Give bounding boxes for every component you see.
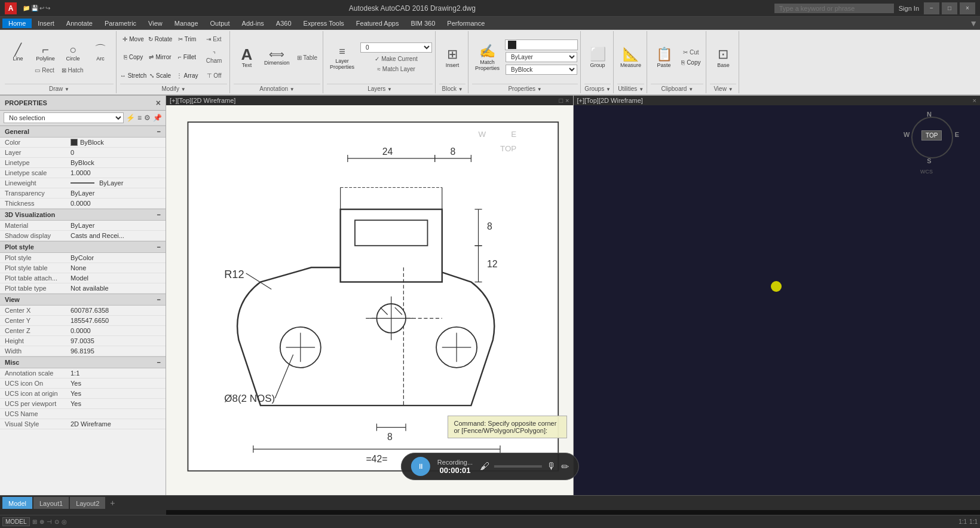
viz3d-section-header[interactable]: 3D Visualization − <box>0 209 166 221</box>
layer-properties-button[interactable]: ≡ LayerProperties <box>327 42 357 72</box>
view-section-header[interactable]: View − <box>0 294 166 306</box>
byblock-color-btn[interactable]: ByBlock ▼ <box>505 39 578 50</box>
menu-insert[interactable]: Insert <box>32 19 60 28</box>
dimension-button[interactable]: ⟺ Dimension <box>261 46 293 69</box>
props-toggle-btn[interactable]: × <box>156 98 161 108</box>
command-tooltip-text: Command: Specify opposite corner or [Fen… <box>454 420 557 434</box>
paste-button[interactable]: 📋 Paste <box>651 42 677 72</box>
close-button[interactable]: × <box>960 2 975 14</box>
text-button[interactable]: A Text <box>234 44 260 71</box>
pause-recording-button[interactable]: ⏸ <box>411 457 430 476</box>
annotation-scale[interactable]: 1:1 <box>969 518 978 525</box>
chamfer-button[interactable]: ⌝ Cham <box>201 50 227 65</box>
polar-icon[interactable]: ⊙ <box>54 518 59 525</box>
select-similar-icon[interactable]: ≡ <box>137 114 142 122</box>
match-properties-icon: ✍ <box>479 44 495 59</box>
line-button[interactable]: ╱ Line <box>5 41 31 65</box>
trim-button[interactable]: ✂ Trim <box>174 35 200 44</box>
layout2-tab[interactable]: Layout2 <box>70 497 105 509</box>
rec-brush-icon[interactable]: 🖌 <box>480 461 489 472</box>
selection-dropdown[interactable]: No selection <box>4 112 124 123</box>
group-button[interactable]: ⬜ Group <box>584 42 611 72</box>
fillet-button[interactable]: ⌐ Fillet <box>174 53 200 62</box>
annotation-group-label[interactable]: Annotation ▼ <box>234 84 320 92</box>
minimize-button[interactable]: − <box>924 2 939 14</box>
insert-block-button[interactable]: ⊞ Insert <box>439 42 466 72</box>
array-button[interactable]: ⋮ Array <box>174 71 200 80</box>
hatch-button[interactable]: ⊠ Hatch <box>59 66 87 75</box>
menu-performance[interactable]: Performance <box>441 19 491 28</box>
layout1-tab[interactable]: Layout1 <box>33 497 69 509</box>
osnap-icon[interactable]: ◎ <box>62 518 67 525</box>
menu-addins[interactable]: Add-ins <box>236 19 270 28</box>
byblock-linetype-dropdown[interactable]: ByBlock <box>506 65 577 75</box>
viewport-restore-icon[interactable]: □ <box>559 97 563 104</box>
layers-group-label[interactable]: Layers ▼ <box>327 84 433 92</box>
move-button[interactable]: ✛ Move <box>120 35 146 44</box>
measure-button[interactable]: 📐 Measure <box>617 42 644 72</box>
plotstyle-section-header[interactable]: Plot style − <box>0 241 166 253</box>
match-properties-button[interactable]: ✍ MatchProperties <box>472 42 503 72</box>
menu-express[interactable]: Express Tools <box>298 19 350 28</box>
layer-dropdown[interactable]: 0 <box>360 42 432 53</box>
menu-bim360[interactable]: BIM 360 <box>405 19 441 28</box>
menu-output[interactable]: Output <box>204 19 236 28</box>
menu-home[interactable]: Home <box>2 19 32 28</box>
menu-manage[interactable]: Manage <box>169 19 204 28</box>
properties-ribbon-group-label[interactable]: Properties ▼ <box>472 84 578 92</box>
utilities-group-label[interactable]: Utilities ▼ <box>617 84 644 92</box>
model-label[interactable]: MODEL <box>2 517 30 526</box>
sign-in-link[interactable]: Sign In <box>899 5 919 12</box>
drawing-area[interactable]: [+][Top][2D Wireframe] □ × 24 8 <box>166 96 574 495</box>
polyline-button[interactable]: ⌐ Polyline <box>32 41 59 65</box>
make-current-button[interactable]: ✓ Make Current <box>360 54 433 63</box>
grid-icon[interactable]: ⊞ <box>32 518 37 525</box>
rec-pencil-icon[interactable]: ✏ <box>561 461 569 472</box>
quick-select-icon[interactable]: ⚡ <box>126 114 135 122</box>
base-view-button[interactable]: ⊡ Base <box>710 42 736 72</box>
rectangle-button[interactable]: ▭ Rect <box>32 66 57 75</box>
groups-group-label[interactable]: Groups ▼ <box>584 84 611 92</box>
scale-button[interactable]: ⤡ Scale <box>147 71 173 80</box>
viewport-close-icon[interactable]: × <box>565 97 569 104</box>
general-section-header[interactable]: General − <box>0 126 166 138</box>
cut-button[interactable]: ✂ Cut <box>678 48 703 57</box>
offset-button[interactable]: ⊤ Off <box>201 71 227 80</box>
model-tab[interactable]: Model <box>2 497 32 509</box>
menu-a360[interactable]: A360 <box>270 19 298 28</box>
plot-type-label: Plot table type <box>5 285 71 292</box>
modify-group-label[interactable]: Modify ▼ <box>120 84 227 92</box>
misc-section-header[interactable]: Misc − <box>0 356 166 368</box>
ribbon-collapse-icon[interactable]: ▼ <box>969 19 978 28</box>
menu-annotate[interactable]: Annotate <box>60 19 99 28</box>
props-settings-icon[interactable]: ⚙ <box>144 114 151 122</box>
right-panel-close-icon[interactable]: × <box>973 97 976 104</box>
snap-icon[interactable]: ⊕ <box>39 518 44 525</box>
copy-button[interactable]: ⎘ Copy <box>120 53 146 62</box>
add-tab-button[interactable]: + <box>106 496 118 509</box>
block-group-label[interactable]: Block ▼ <box>439 84 466 92</box>
arc-button[interactable]: ⌒ Arc <box>87 41 114 65</box>
table-button[interactable]: ⊞ Table <box>294 53 321 62</box>
draw-group-label[interactable]: Draw ▼ <box>5 84 114 92</box>
clipboard-group-label[interactable]: Clipboard ▼ <box>651 84 703 92</box>
compass-top-button[interactable]: TOP <box>921 130 942 141</box>
mirror-button[interactable]: ⇌ Mirror <box>147 53 173 62</box>
search-input[interactable] <box>774 4 894 13</box>
menu-view[interactable]: View <box>142 19 169 28</box>
base-view-label: Base <box>717 62 730 68</box>
menu-featured[interactable]: Featured Apps <box>350 19 405 28</box>
bylayer-dropdown[interactable]: ByLayer <box>506 52 577 62</box>
menu-parametric[interactable]: Parametric <box>99 19 142 28</box>
ortho-icon[interactable]: ⊣ <box>47 518 52 525</box>
copy-clip-button[interactable]: ⎘ Copy <box>678 58 703 67</box>
view-group-label[interactable]: View ▼ <box>710 84 736 92</box>
match-layer-button[interactable]: ≈ Match Layer <box>360 65 433 74</box>
props-pin-icon[interactable]: 📌 <box>153 114 162 122</box>
maximize-button[interactable]: □ <box>942 2 957 14</box>
rotate-button[interactable]: ↻ Rotate <box>147 35 173 44</box>
circle-button[interactable]: ○ Circle <box>60 41 86 65</box>
rec-mic-icon[interactable]: 🎙 <box>547 461 556 472</box>
extend-button[interactable]: ⇥ Ext <box>201 35 227 44</box>
stretch-button[interactable]: ↔ Stretch <box>120 71 146 80</box>
